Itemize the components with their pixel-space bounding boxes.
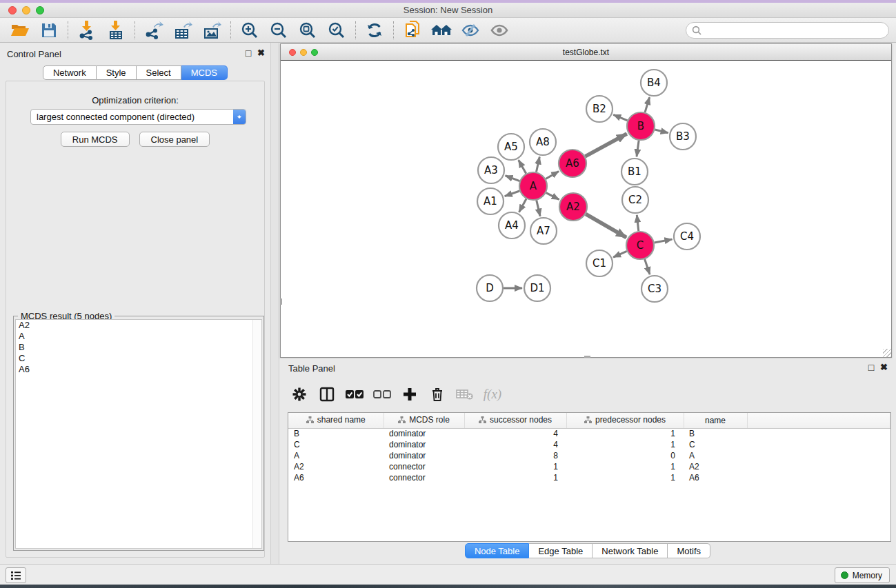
tab-network[interactable]: Network [43, 65, 97, 80]
open-file-icon[interactable] [6, 19, 34, 41]
graph-edge-B-B4[interactable] [645, 97, 650, 112]
tab-style[interactable]: Style [97, 65, 137, 80]
graph-edge-A-A2[interactable] [546, 193, 559, 200]
graph-node-D1[interactable]: D1 [524, 275, 550, 301]
result-item[interactable]: B [16, 342, 261, 353]
table-row[interactable]: Adominator80A [288, 450, 890, 461]
show-details-icon[interactable] [485, 19, 514, 41]
delete-table-icon[interactable] [453, 383, 477, 405]
node-table[interactable]: shared nameMCDS rolesuccessor nodesprede… [288, 412, 891, 542]
import-network-icon[interactable] [72, 19, 101, 41]
table-cell[interactable]: 0 [566, 450, 684, 461]
tab-edge-table[interactable]: Edge Table [529, 543, 593, 558]
network-canvas[interactable]: AA1A2A3A4A5A6A7A8BB1B2B3B4CC1C2C3C4DD1 [281, 61, 891, 357]
run-mcds-button[interactable]: Run MCDS [61, 132, 130, 147]
graph-node-C3[interactable]: C3 [641, 276, 668, 302]
graph-node-A[interactable]: A [519, 172, 547, 200]
columns-icon[interactable] [315, 383, 339, 405]
graph-edge-A6-B[interactable] [585, 134, 626, 156]
table-cell[interactable]: A6 [684, 472, 747, 483]
float-table-panel-icon[interactable]: □ [868, 363, 874, 372]
table-cell[interactable]: A2 [288, 461, 384, 472]
graph-node-B4[interactable]: B4 [641, 70, 667, 96]
mcds-result-list[interactable]: A2ABCA6 [15, 319, 262, 549]
table-cell[interactable]: A2 [684, 461, 747, 472]
graph-edge-C-C3[interactable] [645, 259, 650, 274]
column-header-shared-name[interactable]: shared name [288, 413, 384, 428]
table-cell[interactable]: dominator [384, 428, 464, 439]
resize-grip-corner[interactable] [883, 349, 891, 357]
graph-edge-A-A8[interactable] [536, 156, 539, 172]
graph-node-A5[interactable]: A5 [498, 134, 524, 160]
graph-node-D[interactable]: D [477, 275, 503, 301]
zoom-out-icon[interactable] [264, 19, 293, 41]
table-cell[interactable]: 1 [566, 428, 684, 439]
select-all-icon[interactable] [343, 383, 366, 405]
graph-node-A8[interactable]: A8 [530, 129, 556, 155]
table-cell[interactable]: 8 [464, 450, 566, 461]
graph-edge-B-B3[interactable] [655, 130, 668, 133]
task-history-button[interactable] [6, 567, 26, 583]
search-field[interactable] [686, 22, 889, 39]
table-cell[interactable]: 4 [464, 428, 566, 439]
float-panel-icon[interactable]: □ [246, 48, 251, 58]
result-item[interactable]: A6 [16, 364, 261, 375]
graph-edge-A-A6[interactable] [546, 172, 559, 179]
graph-edge-A-A7[interactable] [537, 200, 540, 216]
tab-motifs[interactable]: Motifs [668, 543, 710, 558]
graph-node-B1[interactable]: B1 [621, 159, 648, 185]
network-window-titlebar[interactable]: testGlobe.txt [281, 44, 891, 61]
graph-node-A1[interactable]: A1 [477, 188, 504, 214]
search-input[interactable] [706, 26, 883, 35]
table-cell[interactable]: 1 [566, 439, 684, 450]
zoom-selected-icon[interactable] [322, 19, 351, 41]
zoom-in-icon[interactable] [235, 19, 264, 41]
delete-icon[interactable] [426, 383, 449, 405]
graph-node-A4[interactable]: A4 [499, 212, 525, 239]
tab-network-table[interactable]: Network Table [593, 543, 668, 558]
export-table-icon[interactable] [168, 19, 197, 41]
criterion-select[interactable]: largest connected component (directed) [30, 109, 246, 125]
tab-select[interactable]: Select [137, 65, 181, 80]
column-header-MCDS-role[interactable]: MCDS role [384, 413, 464, 428]
settings-icon[interactable] [288, 383, 311, 405]
memory-button[interactable]: Memory [835, 567, 890, 583]
table-cell[interactable]: A [684, 450, 747, 461]
save-session-icon[interactable] [34, 19, 63, 41]
graph-node-C4[interactable]: C4 [674, 223, 700, 250]
graph-node-B3[interactable]: B3 [670, 123, 696, 150]
table-cell[interactable]: A6 [288, 472, 384, 483]
result-item[interactable]: A2 [16, 320, 261, 331]
close-panel-button[interactable]: Close panel [139, 132, 210, 147]
tab-mcds[interactable]: MCDS [181, 65, 228, 80]
graph-edge-A-A4[interactable] [519, 199, 526, 212]
graph-edge-A2-C[interactable] [586, 214, 626, 237]
export-network-icon[interactable] [139, 19, 168, 41]
table-cell[interactable]: C [684, 439, 747, 450]
table-row[interactable]: Cdominator41C [288, 439, 890, 450]
graph-node-B2[interactable]: B2 [586, 96, 613, 122]
table-cell[interactable]: B [684, 428, 747, 439]
graph-node-C1[interactable]: C1 [586, 250, 613, 276]
resize-grip-bottom[interactable] [584, 356, 590, 358]
deselect-all-icon[interactable] [370, 383, 394, 405]
graph-edge-A-A5[interactable] [519, 160, 526, 174]
close-table-panel-icon[interactable]: ✖ [880, 363, 888, 372]
graph-edge-C-C4[interactable] [655, 239, 673, 243]
graph-node-C[interactable]: C [626, 232, 654, 259]
panel-divider[interactable] [270, 43, 279, 564]
graph-edge-C-C1[interactable] [613, 251, 627, 257]
function-builder-icon[interactable]: f(x) [481, 383, 504, 405]
result-item[interactable]: A [16, 331, 261, 342]
graph-edge-C-C2[interactable] [637, 215, 638, 231]
table-cell[interactable]: A [288, 450, 384, 461]
table-cell[interactable]: connector [384, 472, 464, 483]
column-header-name[interactable]: name [684, 413, 747, 428]
tab-node-table[interactable]: Node Table [465, 543, 530, 558]
graph-node-B[interactable]: B [627, 112, 655, 140]
table-cell[interactable]: B [288, 428, 384, 439]
table-row[interactable]: A2connector11A2 [288, 461, 890, 472]
column-header-predecessor-nodes[interactable]: predecessor nodes [566, 413, 684, 428]
export-image-icon[interactable] [197, 19, 226, 41]
home-icon[interactable] [427, 19, 456, 41]
